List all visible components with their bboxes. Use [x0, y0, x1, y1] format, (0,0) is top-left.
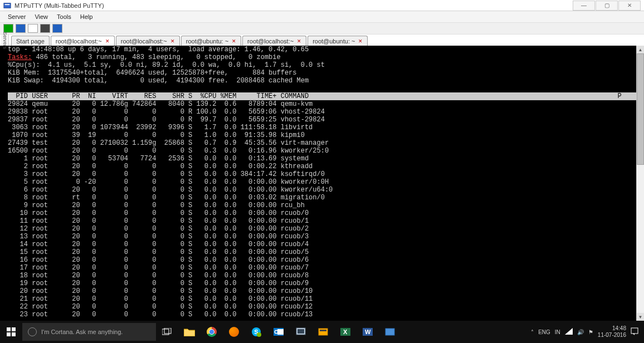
terminal-line: 13 root 20 0 0 0 0 S 0.0 0.0 0:00.00 rcu… — [8, 233, 636, 241]
tab-close-icon[interactable]: ✕ — [297, 38, 301, 44]
svg-text:W: W — [365, 329, 371, 335]
terminal-line: 16 root 20 0 0 0 0 S 0.0 0.0 0:00.00 rcu… — [8, 256, 636, 264]
scrollbar-down-button[interactable]: ▼ — [637, 313, 644, 321]
svg-rect-23 — [386, 329, 394, 335]
servers-sidebar-label[interactable]: Servers — [1, 35, 9, 46]
app-icon-misc[interactable] — [379, 321, 401, 343]
tab-close-icon[interactable]: ✕ — [358, 38, 363, 44]
toolbar-new-button[interactable] — [28, 24, 38, 33]
terminal-line: 1 root 20 0 53704 7724 2536 S 0.0 0.0 0:… — [8, 155, 636, 163]
terminal-line: 22 root 20 0 0 0 0 S 0.0 0.0 0:00.00 rcu… — [8, 303, 636, 311]
system-tray: ˄ ENG IN 🔊 ⚑ 14:48 11-07-2016 — [525, 325, 644, 339]
tray-flag-icon[interactable]: ⚑ — [588, 329, 593, 335]
terminal-scrollbar[interactable]: ▲ ▼ — [636, 46, 644, 321]
tabbar: Servers Start pageroot@localhost:~✕root@… — [0, 35, 644, 46]
terminal-line: 20 root 20 0 0 0 0 S 0.0 0.0 0:00.00 rcu… — [8, 287, 636, 295]
svg-rect-4 — [7, 332, 11, 336]
tray-volume-icon[interactable]: 🔊 — [577, 329, 584, 335]
svg-rect-0 — [4, 3, 11, 8]
svg-rect-18 — [320, 330, 326, 331]
task-view-button[interactable] — [156, 321, 178, 343]
tray-network-icon[interactable] — [565, 328, 573, 336]
terminal-line: 5 root 0 -20 0 0 0 S 0.0 0.0 0:00.00 kwo… — [8, 178, 636, 186]
tab-close-icon[interactable]: ✕ — [232, 38, 236, 44]
svg-rect-5 — [12, 332, 16, 336]
tab-close-icon[interactable]: ✕ — [105, 38, 110, 44]
terminal-line: KiB Swap: 4194300 total, 0 used, 4194300… — [8, 77, 636, 85]
toolbar-folder-button[interactable] — [16, 24, 26, 33]
terminal-line: Tasks: 486 total, 3 running, 483 sleepin… — [8, 53, 636, 61]
cortana-icon — [28, 327, 37, 336]
skype-icon[interactable]: S — [245, 321, 267, 343]
terminal-line: 19 root 20 0 0 0 0 S 0.0 0.0 0:00.00 rcu… — [8, 280, 636, 287]
menu-view[interactable]: View — [30, 12, 52, 21]
terminal-line: %Cpu(s): 4.1 us, 5.1 sy, 0.0 ni, 89.2 id… — [8, 61, 636, 69]
tab-close-icon[interactable]: ✕ — [170, 38, 175, 44]
toolbar — [0, 22, 644, 35]
tab-2[interactable]: root@localhost:~✕ — [116, 36, 180, 46]
tray-lang-2[interactable]: IN — [555, 329, 560, 335]
svg-rect-12 — [277, 329, 284, 335]
titlebar: MTPuTTY (Multi-Tabbed PuTTY) — ▢ ✕ — [0, 0, 644, 11]
menu-help[interactable]: Help — [76, 12, 97, 21]
terminal-line: 1070 root 39 19 0 0 0 S 1.0 0.0 91:35.98… — [8, 131, 636, 139]
svg-point-14 — [275, 331, 277, 333]
terminal-line: 10 root 20 0 0 0 0 S 0.0 0.0 0:00.00 rcu… — [8, 209, 636, 217]
terminal-line: 18 root 20 0 0 0 0 S 0.0 0.0 0:00.00 rcu… — [8, 272, 636, 280]
tab-label: root@localhost:~ — [56, 38, 102, 45]
tray-clock[interactable]: 14:48 11-07-2016 — [598, 325, 626, 339]
tab-5[interactable]: root@ubuntu: ~✕ — [308, 36, 368, 46]
toolbar-putty-button[interactable] — [40, 24, 50, 33]
minimize-button[interactable]: — — [573, 1, 595, 11]
tab-0[interactable]: Start page — [11, 36, 50, 46]
menu-server[interactable]: Server — [3, 12, 30, 21]
app-icon — [3, 2, 11, 9]
svg-text:X: X — [343, 329, 348, 335]
svg-rect-17 — [319, 329, 328, 335]
tab-1[interactable]: root@localhost:~✕ — [51, 36, 115, 46]
file-explorer-icon[interactable] — [178, 321, 201, 343]
tray-time: 14:48 — [598, 325, 626, 332]
excel-icon[interactable]: X — [334, 321, 357, 343]
tab-4[interactable]: root@localhost:~✕ — [242, 36, 306, 46]
tray-chevron-icon[interactable]: ˄ — [531, 329, 534, 335]
terminal-line: KiB Mem: 13175540+total, 6496624 used, 1… — [8, 69, 636, 77]
terminal-line: 27439 test 20 0 2710032 1.159g 25868 S 0… — [8, 139, 636, 147]
terminal-line: 21 root 20 0 0 0 0 S 0.0 0.0 0:00.00 rcu… — [8, 295, 636, 303]
menu-tools[interactable]: Tools — [52, 12, 76, 21]
scrollbar-thumb[interactable] — [637, 53, 644, 165]
menubar: ServerViewToolsHelp — [0, 11, 644, 22]
tray-lang-1[interactable]: ENG — [538, 329, 550, 335]
tab-label: Start page — [16, 38, 45, 45]
terminal-line — [8, 85, 636, 92]
terminal-line: 29838 root 20 0 0 0 0 R 100.0 0.0 5659:0… — [8, 108, 636, 116]
outlook-icon[interactable] — [267, 321, 290, 343]
notification-center-icon[interactable] — [631, 327, 638, 336]
terminal-line: 29824 qemu 20 0 12.786g 742864 8040 S 13… — [8, 100, 636, 108]
chrome-icon[interactable] — [201, 321, 223, 343]
svg-rect-1 — [5, 4, 10, 5]
tray-date: 11-07-2016 — [598, 332, 626, 339]
terminal-line: 8 root rt 0 0 0 0 S 0.0 0.0 0:03.02 migr… — [8, 194, 636, 202]
toolbar-monitor-button[interactable] — [52, 24, 62, 33]
tab-3[interactable]: root@ubuntu: ~✕ — [181, 36, 241, 46]
maximize-button[interactable]: ▢ — [596, 1, 618, 11]
mtputty-taskbar-icon[interactable] — [312, 321, 334, 343]
firefox-icon[interactable] — [223, 321, 245, 343]
terminal-line: 3063 root 20 0 1073944 23992 9396 S 1.7 … — [8, 124, 636, 131]
word-icon[interactable]: W — [357, 321, 379, 343]
terminal-output[interactable]: top - 14:48:08 up 6 days, 17 min, 4 user… — [8, 46, 636, 321]
cortana-placeholder: I'm Cortana. Ask me anything. — [41, 329, 123, 335]
svg-rect-3 — [12, 327, 16, 331]
svg-rect-24 — [631, 328, 638, 334]
terminal-line: 16500 root 20 0 0 0 0 S 0.3 0.0 0:16.96 … — [8, 147, 636, 155]
terminal-line: 11 root 20 0 0 0 0 S 0.0 0.0 0:00.00 rcu… — [8, 217, 636, 225]
svg-rect-16 — [297, 329, 304, 334]
putty-icon[interactable] — [290, 321, 312, 343]
tab-label: root@localhost:~ — [247, 38, 294, 45]
start-button[interactable] — [0, 321, 22, 343]
cortana-search[interactable]: I'm Cortana. Ask me anything. — [22, 323, 156, 341]
close-button[interactable]: ✕ — [618, 1, 641, 11]
tab-label: root@ubuntu: ~ — [313, 38, 355, 45]
scrollbar-up-button[interactable]: ▲ — [637, 46, 644, 53]
